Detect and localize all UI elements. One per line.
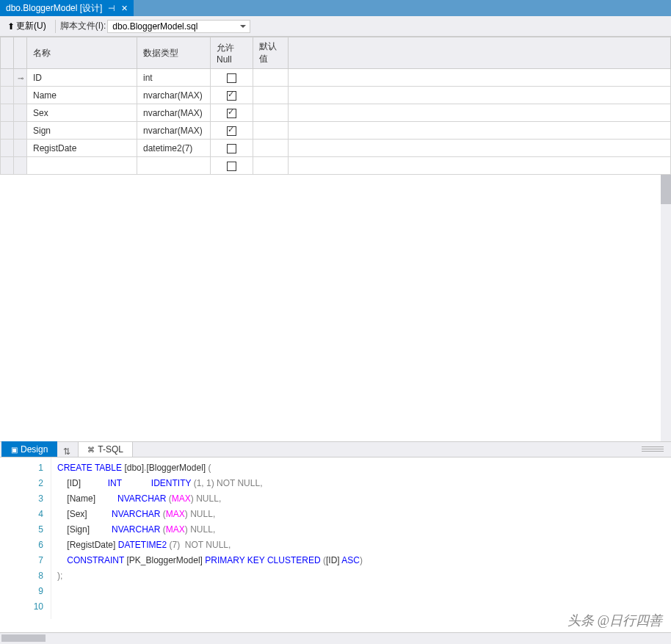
null-checkbox[interactable] — [227, 162, 236, 171]
script-file-label: 脚本文件(I): — [60, 20, 106, 32]
designer-toolbar: ⬆ 更新(U) 脚本文件(I): dbo.BloggerModel.sql — [0, 16, 671, 37]
designer-empty-area — [0, 175, 671, 441]
horizontal-scrollbar[interactable] — [0, 632, 671, 644]
update-label: 更新(U) — [16, 20, 46, 32]
null-checkbox[interactable] — [227, 126, 236, 136]
tab-title: dbo.BloggerModel [设计] — [6, 2, 102, 15]
tab-design[interactable]: ▣ Design — [1, 441, 57, 457]
header-spacer — [289, 37, 671, 69]
header-type: 数据类型 — [137, 37, 211, 69]
sql-code[interactable]: CREATE TABLE [dbo].[BloggerModel] ( [ID]… — [51, 457, 363, 619]
script-file-value: dbo.BloggerModel.sql — [112, 21, 197, 32]
document-tab-bar: dbo.BloggerModel [设计] ⊣ ✕ — [0, 0, 671, 16]
key-icon: ⊸ — [18, 74, 23, 82]
header-default: 默认值 — [253, 37, 289, 69]
watermark: 头条 @日行四善 — [567, 612, 662, 629]
script-file-select[interactable]: dbo.BloggerModel.sql — [107, 20, 250, 33]
sql-editor[interactable]: 12345678910 CREATE TABLE [dbo].[BloggerM… — [0, 457, 671, 619]
table-row[interactable]: Namenvarchar(MAX) — [1, 87, 671, 104]
table-row[interactable]: Signnvarchar(MAX) — [1, 122, 671, 140]
null-checkbox[interactable] — [227, 109, 236, 118]
design-icon: ▣ — [11, 446, 18, 454]
columns-grid[interactable]: 名称 数据类型 允许 Null 默认值 ⊸IDint Namenvarchar(… — [0, 37, 671, 175]
tab-tsql[interactable]: ⌘ T-SQL — [78, 441, 133, 457]
pane-tabs: ▣ Design ⇅ ⌘ T-SQL — [0, 441, 671, 457]
table-row[interactable]: RegistDatedatetime2(7) — [1, 140, 671, 157]
table-row[interactable] — [1, 157, 671, 175]
null-checkbox[interactable] — [227, 73, 236, 83]
document-tab[interactable]: dbo.BloggerModel [设计] ⊣ ✕ — [0, 0, 134, 16]
line-gutter: 12345678910 — [0, 457, 51, 619]
swap-icon[interactable]: ⇅ — [57, 446, 76, 457]
arrow-up-icon: ⬆ — [7, 21, 15, 32]
null-checkbox[interactable] — [227, 91, 236, 101]
pin-icon[interactable]: ⊣ — [108, 4, 115, 13]
table-designer: 名称 数据类型 允许 Null 默认值 ⊸IDint Namenvarchar(… — [0, 37, 671, 175]
update-button[interactable]: ⬆ 更新(U) — [3, 18, 51, 34]
close-icon[interactable]: ✕ — [121, 4, 128, 13]
header-null: 允许 Null — [211, 37, 253, 69]
table-row[interactable]: ⊸IDint — [1, 69, 671, 87]
sql-icon: ⌘ — [87, 446, 95, 454]
separator — [55, 20, 56, 33]
grid-header-row: 名称 数据类型 允许 Null 默认值 — [1, 37, 671, 69]
header-name: 名称 — [27, 37, 137, 69]
null-checkbox[interactable] — [227, 144, 236, 153]
table-row[interactable]: Sexnvarchar(MAX) — [1, 104, 671, 122]
resize-grip[interactable] — [642, 446, 664, 452]
